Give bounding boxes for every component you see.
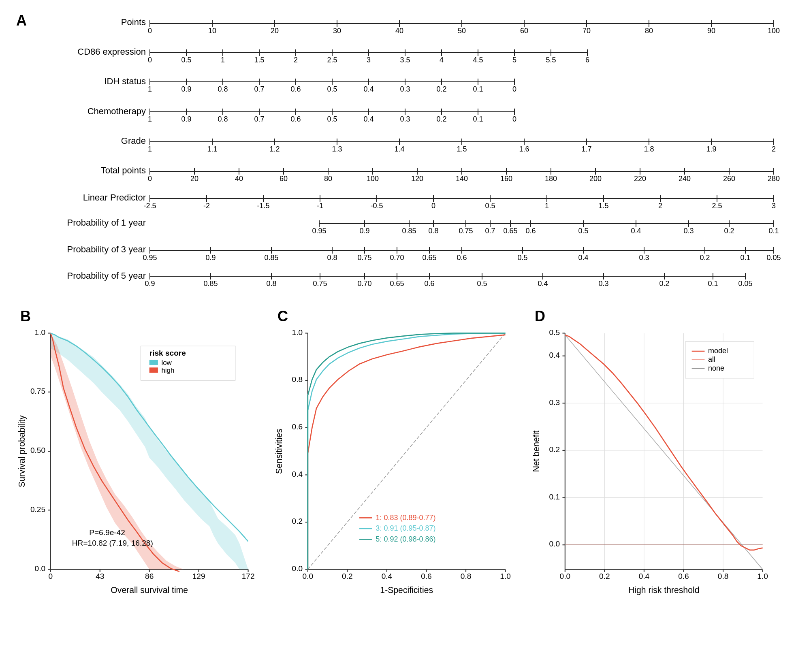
svg-text:0: 0 [512,85,516,93]
svg-text:160: 160 [500,175,512,183]
svg-text:0.9: 0.9 [145,279,155,288]
svg-text:0.05: 0.05 [738,279,752,288]
svg-text:0.3: 0.3 [683,227,694,235]
svg-text:0.2: 0.2 [599,572,610,580]
svg-text:0.4: 0.4 [578,254,588,262]
svg-text:0.65: 0.65 [503,227,517,235]
svg-text:100: 100 [768,27,780,35]
svg-text:4.5: 4.5 [473,56,483,64]
svg-text:70: 70 [583,27,591,35]
svg-text:0.1: 0.1 [708,279,718,288]
svg-text:5: 5 [512,56,516,64]
panel-b: B 0.0 0.25 0.50 0.75 1.0 0 [16,308,265,660]
svg-text:0.4: 0.4 [538,279,548,288]
svg-text:0.65: 0.65 [390,279,404,288]
svg-text:0.7: 0.7 [254,85,264,93]
svg-text:0.2: 0.2 [342,572,353,580]
svg-text:1: 1 [148,145,152,153]
svg-text:0.4: 0.4 [549,351,560,359]
svg-text:0.5: 0.5 [327,85,337,93]
svg-text:-1.5: -1.5 [257,202,269,210]
svg-text:40: 40 [395,27,403,35]
svg-text:0: 0 [148,175,152,183]
svg-text:0.4: 0.4 [363,115,373,123]
svg-text:1.3: 1.3 [332,145,342,153]
svg-text:1.9: 1.9 [706,145,716,153]
svg-text:0.6: 0.6 [290,85,301,93]
svg-text:0.75: 0.75 [30,387,45,395]
svg-text:0.1: 0.1 [549,493,560,501]
svg-text:0.0: 0.0 [35,564,46,573]
svg-text:Probability of 1 year: Probability of 1 year [67,218,146,228]
panel-d-svg: 0.0 0.1 0.2 0.3 0.4 0.5 0.0 0.2 0.4 0. [531,320,780,630]
svg-text:6: 6 [585,56,589,64]
svg-text:1.2: 1.2 [269,145,280,153]
svg-text:0.1: 0.1 [768,227,779,235]
svg-text:1: 0.83 (0.89-0.77): 1: 0.83 (0.89-0.77) [376,514,435,522]
svg-text:0.5: 0.5 [549,328,560,337]
svg-text:0.8: 0.8 [327,254,337,262]
svg-text:Linear Predictor: Linear Predictor [83,192,146,203]
svg-text:0.05: 0.05 [766,254,781,262]
svg-text:0.1: 0.1 [473,85,483,93]
svg-text:200: 200 [589,175,602,183]
svg-text:-2: -2 [203,202,210,210]
svg-text:1.0: 1.0 [500,572,511,580]
svg-text:80: 80 [324,175,332,183]
svg-text:0.3: 0.3 [639,254,649,262]
svg-text:10: 10 [208,27,216,35]
svg-text:0.1: 0.1 [740,254,750,262]
svg-text:0: 0 [512,115,516,123]
svg-text:1: 1 [221,56,225,64]
svg-text:4: 4 [440,56,444,64]
svg-text:0.9: 0.9 [181,85,191,93]
svg-text:20: 20 [190,175,198,183]
svg-text:3: 3 [367,56,371,64]
svg-text:Overall survival time: Overall survival time [111,585,188,595]
svg-text:0.85: 0.85 [264,254,278,262]
svg-text:0.8: 0.8 [461,572,472,580]
svg-text:0.0: 0.0 [560,572,571,580]
svg-text:IDH status: IDH status [104,76,146,86]
svg-text:3: 3 [772,202,776,210]
svg-text:180: 180 [545,175,557,183]
svg-text:0.4: 0.4 [292,470,303,478]
svg-text:1.5: 1.5 [598,202,608,210]
svg-text:0.5: 0.5 [181,56,191,64]
svg-text:-0.5: -0.5 [370,202,383,210]
svg-text:2: 2 [294,56,298,64]
svg-text:P=6.9e-42: P=6.9e-42 [89,528,125,537]
svg-text:0.5: 0.5 [327,115,337,123]
svg-text:86: 86 [145,572,154,580]
svg-text:80: 80 [645,27,653,35]
svg-text:0.8: 0.8 [266,279,276,288]
svg-text:Probability of 5 year: Probability of 5 year [67,271,146,281]
svg-text:2.5: 2.5 [327,56,337,64]
svg-text:0.75: 0.75 [313,279,327,288]
svg-text:0.2: 0.2 [292,517,303,525]
svg-text:0.85: 0.85 [203,279,218,288]
svg-rect-301 [308,333,506,569]
svg-text:0.85: 0.85 [402,227,416,235]
svg-text:Total points: Total points [101,165,146,175]
svg-text:1.0: 1.0 [35,328,46,337]
svg-text:0.95: 0.95 [143,254,157,262]
panel-c-svg: 0.0 0.2 0.4 0.6 0.8 1.0 0.0 0.2 0.4 0. [273,320,523,630]
svg-text:60: 60 [520,27,528,35]
svg-rect-295 [149,360,158,365]
main-container: A Points 0 10 20 30 40 50 60 70 80 90 [0,0,796,672]
svg-text:1.1: 1.1 [207,145,217,153]
svg-text:90: 90 [707,27,715,35]
svg-text:0.5: 0.5 [477,279,487,288]
svg-text:0.2: 0.2 [436,85,446,93]
svg-text:0.8: 0.8 [218,85,228,93]
svg-text:0.8: 0.8 [718,572,729,580]
svg-text:high: high [161,367,174,374]
svg-text:5: 0.92 (0.98-0.86): 5: 0.92 (0.98-0.86) [376,535,435,543]
svg-text:1.5: 1.5 [254,56,264,64]
svg-text:none: none [708,364,724,372]
svg-text:0.4: 0.4 [631,227,641,235]
svg-text:0.7: 0.7 [254,115,264,123]
svg-text:-2.5: -2.5 [143,202,156,210]
svg-text:0.2: 0.2 [700,254,710,262]
